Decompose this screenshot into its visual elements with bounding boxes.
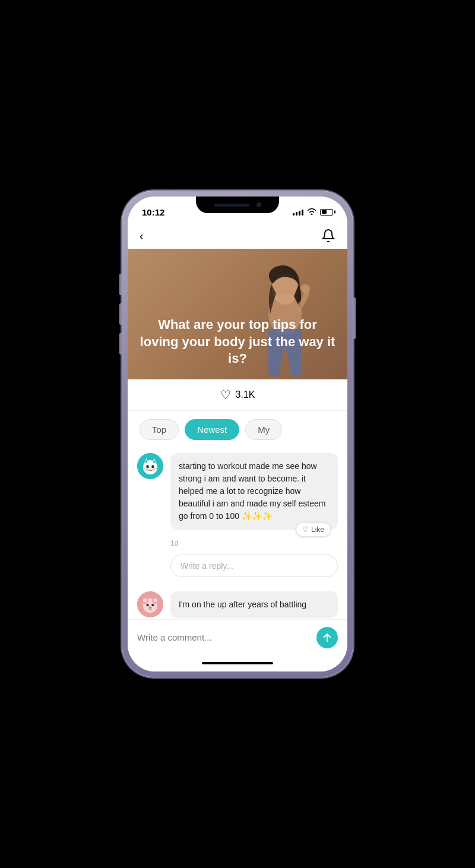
comment-input[interactable] [137,632,311,642]
comment-text: I'm on the up after years of battling [179,598,330,611]
likes-row: ♡ 3.1K [128,379,347,411]
svg-point-21 [154,598,158,603]
speaker [214,204,249,207]
svg-line-13 [144,470,148,471]
comment-timestamp: 1d [170,539,338,547]
nav-bar: ‹ [128,223,347,249]
hero-image: What are your top tips for loving your b… [128,249,347,379]
battery-fill [322,210,327,214]
tab-my[interactable]: My [245,419,282,440]
status-time: 10:12 [142,207,164,217]
tab-newest[interactable]: Newest [185,419,239,440]
svg-line-15 [153,470,157,471]
like-button[interactable]: ♡ Like [296,522,331,537]
svg-point-23 [151,604,154,606]
comment-bubble: I'm on the up after years of battling [170,591,338,618]
notch [196,197,279,213]
phone-frame: 10:12 [122,191,353,677]
home-bar [202,662,273,664]
svg-point-24 [149,607,151,609]
reply-input[interactable]: Write a reply... [170,555,338,577]
battery-icon [320,209,333,216]
comment-bubble: starting to workout made me see how stro… [170,453,338,530]
comment-input-bar [128,619,347,655]
signal-icon [293,208,303,216]
wifi-icon [307,208,316,217]
table-row: starting to workout made me see how stro… [137,448,338,577]
like-label: Like [311,525,324,534]
likes-count: 3.1K [236,389,255,400]
svg-point-2 [300,284,310,293]
svg-point-22 [146,604,148,606]
heart-small-icon: ♡ [302,525,309,534]
send-button[interactable] [316,627,338,648]
svg-point-10 [151,465,154,468]
back-button[interactable]: ‹ [140,229,144,243]
hero-question: What are your top tips for loving your b… [140,316,335,368]
bell-button[interactable] [321,229,335,243]
tab-top[interactable]: Top [140,419,179,440]
comment-text: starting to workout made me see how stro… [179,460,330,522]
comment-bubble-wrap: starting to workout made me see how stro… [170,453,338,577]
svg-point-9 [146,465,148,468]
avatar [137,591,163,617]
avatar [137,453,163,479]
comments-list[interactable]: starting to workout made me see how stro… [128,448,347,619]
home-indicator [128,655,347,671]
status-icons [293,208,333,217]
camera [256,202,261,207]
heart-icon[interactable]: ♡ [220,388,231,402]
table-row: I'm on the up after years of battling [137,587,338,618]
svg-point-11 [149,468,151,470]
comment-bubble-wrap: I'm on the up after years of battling [170,591,338,618]
phone-screen: 10:12 [128,197,347,671]
filter-tabs: Top Newest My [128,411,347,448]
svg-point-20 [143,598,147,603]
